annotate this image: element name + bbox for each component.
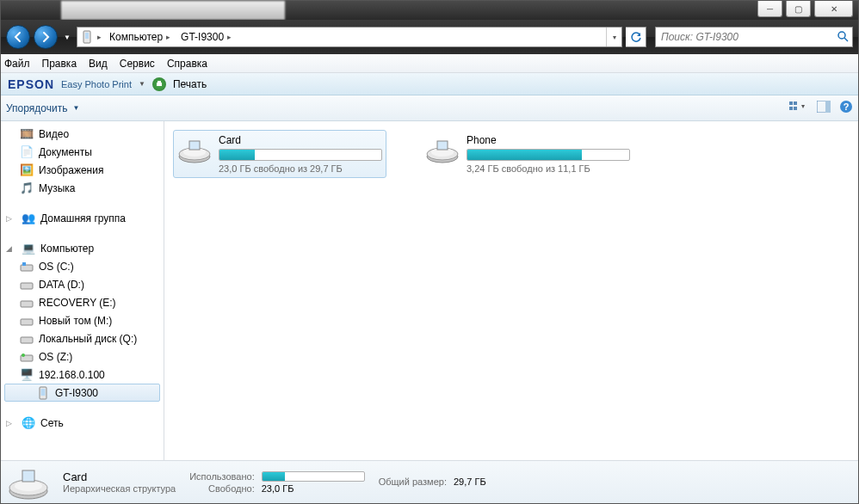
total-label: Общий размер: (379, 476, 447, 487)
epson-easy-photo-label[interactable]: Easy Photo Print (61, 79, 132, 89)
menu-file[interactable]: Файл (4, 58, 30, 70)
epson-print-label[interactable]: Печать (173, 78, 207, 90)
sidebar-item-video[interactable]: 🎞️Видео (1, 125, 164, 143)
content-area[interactable]: Card 23,0 ГБ свободно из 29,7 ГБ Phone 3… (164, 121, 858, 460)
free-value: 23,0 ГБ (262, 483, 365, 494)
svg-rect-19 (21, 337, 33, 343)
menu-help[interactable]: Справка (167, 58, 207, 70)
svg-rect-14 (21, 265, 33, 271)
details-pane: Card Иерархическая структура Использован… (1, 460, 858, 503)
expand-icon[interactable]: ▷ (6, 419, 16, 427)
phone-icon (36, 386, 50, 400)
documents-icon: 📄 (20, 145, 34, 159)
sidebar-item-local-q[interactable]: Локальный диск (Q:) (1, 329, 164, 347)
svg-rect-23 (41, 389, 46, 396)
svg-rect-15 (22, 262, 26, 266)
drive-icon (8, 465, 49, 500)
drive-free-label: 3,24 ГБ свободно из 11,1 ГБ (467, 163, 630, 174)
forward-button[interactable] (34, 25, 58, 49)
maximize-button[interactable]: ▢ (786, 1, 811, 17)
sidebar-item-data-d[interactable]: DATA (D:) (1, 275, 164, 293)
sidebar-item-network[interactable]: ▷🌐Сеть (1, 414, 164, 432)
search-box[interactable] (655, 27, 853, 47)
sidebar-item-ip[interactable]: 🖥️192.168.0.100 (1, 366, 164, 384)
menu-service[interactable]: Сервис (120, 58, 155, 70)
nav-history-dropdown[interactable]: ▼ (61, 28, 73, 46)
collapse-icon[interactable]: ◢ (6, 244, 16, 253)
breadcrumb-computer[interactable]: Компьютер▸ (104, 28, 176, 46)
search-input[interactable] (659, 30, 837, 44)
minimize-button[interactable]: ─ (757, 1, 782, 17)
drive-free-label: 23,0 ГБ свободно из 29,7 ГБ (219, 163, 382, 174)
help-button[interactable]: ? (839, 100, 853, 116)
navigation-pane[interactable]: 🎞️Видео 📄Документы 🖼️Изображения 🎵Музыка… (1, 121, 164, 460)
svg-rect-31 (437, 141, 448, 150)
menu-bar: Файл Правка Вид Сервис Справка (1, 54, 858, 73)
svg-rect-5 (158, 81, 161, 83)
used-bar (262, 471, 365, 482)
menu-edit[interactable]: Правка (42, 58, 77, 70)
refresh-button[interactable] (626, 27, 646, 47)
video-icon: 🎞️ (20, 127, 34, 141)
music-icon: 🎵 (20, 181, 34, 195)
svg-rect-7 (794, 101, 797, 105)
view-options-button[interactable] (789, 100, 808, 116)
network-drive-icon (20, 350, 34, 364)
svg-rect-27 (189, 141, 200, 150)
print-icon[interactable] (152, 77, 166, 91)
free-label: Свободно: (189, 483, 255, 494)
details-type: Иерархическая структура (63, 483, 176, 494)
used-label: Использовано: (189, 471, 255, 482)
sidebar-item-documents[interactable]: 📄Документы (1, 143, 164, 161)
drive-item-phone[interactable]: Phone 3,24 ГБ свободно из 11,1 ГБ (421, 130, 634, 178)
organize-button[interactable]: Упорядочить (6, 102, 67, 114)
computer-icon: 💻 (22, 242, 35, 255)
chevron-down-icon[interactable]: ▼ (139, 80, 145, 88)
svg-rect-17 (21, 301, 33, 307)
network-icon: 🌐 (22, 416, 35, 430)
storage-bar (219, 149, 382, 161)
svg-rect-1 (85, 33, 89, 39)
breadcrumb-device[interactable]: GT-I9300▸ (176, 28, 237, 46)
epson-toolbar: EPSON Easy Photo Print ▼ Печать (1, 73, 858, 95)
details-name: Card (63, 470, 176, 483)
expand-icon[interactable]: ▷ (6, 214, 16, 223)
drive-icon (20, 296, 34, 310)
chevron-down-icon[interactable]: ▼ (72, 104, 79, 112)
homegroup-icon: 👥 (22, 212, 35, 225)
drive-icon (20, 278, 34, 292)
navigation-bar: ▼ ▸ Компьютер▸ GT-I9300▸ ▾ (1, 20, 858, 54)
drive-icon (20, 314, 34, 328)
drive-icon (177, 134, 212, 165)
sidebar-item-music[interactable]: 🎵Музыка (1, 179, 164, 197)
sidebar-item-recovery-e[interactable]: RECOVERY (E:) (1, 293, 164, 311)
storage-bar (467, 149, 630, 161)
address-dropdown[interactable]: ▾ (606, 28, 621, 46)
menu-view[interactable]: Вид (89, 58, 108, 70)
back-button[interactable] (6, 25, 30, 49)
total-value: 29,7 ГБ (454, 476, 486, 487)
sidebar-item-homegroup[interactable]: ▷👥Домашняя группа (1, 209, 164, 227)
sidebar-item-images[interactable]: 🖼️Изображения (1, 161, 164, 179)
address-bar[interactable]: ▸ Компьютер▸ GT-I9300▸ ▾ (77, 27, 622, 47)
drive-icon (425, 134, 460, 165)
close-button[interactable]: ✕ (814, 1, 853, 17)
sidebar-item-gti9300[interactable]: GT-I9300 (4, 384, 160, 402)
network-computer-icon: 🖥️ (20, 368, 34, 382)
preview-pane-button[interactable] (817, 101, 831, 115)
drive-item-card[interactable]: Card 23,0 ГБ свободно из 29,7 ГБ (173, 130, 386, 178)
svg-point-34 (15, 481, 42, 491)
chevron-right-icon[interactable]: ▸ (95, 33, 104, 41)
svg-rect-11 (825, 101, 831, 113)
sidebar-item-os-c[interactable]: OS (C:) (1, 257, 164, 275)
images-icon: 🖼️ (20, 163, 34, 177)
svg-rect-18 (21, 319, 33, 325)
search-icon[interactable] (837, 30, 849, 45)
drive-name: Phone (467, 134, 630, 146)
sidebar-item-computer[interactable]: ◢💻Компьютер (1, 239, 164, 257)
svg-rect-4 (157, 83, 162, 86)
svg-line-3 (844, 38, 848, 41)
sidebar-item-newvol-m[interactable]: Новый том (M:) (1, 311, 164, 329)
drive-icon (20, 260, 34, 274)
sidebar-item-os-z[interactable]: OS (Z:) (1, 347, 164, 366)
